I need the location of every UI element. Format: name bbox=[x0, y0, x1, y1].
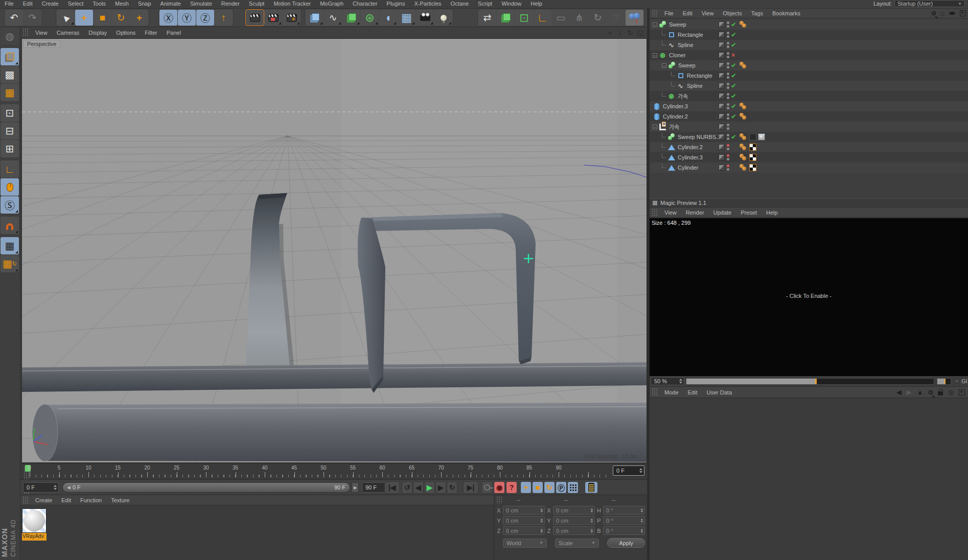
enabled-check-icon[interactable] bbox=[731, 83, 735, 87]
editor-visibility-dot[interactable] bbox=[727, 103, 729, 106]
panel-grip[interactable] bbox=[652, 208, 658, 216]
add-cube-button[interactable] bbox=[306, 10, 324, 26]
menu-x-particles[interactable]: X-Particles bbox=[409, 0, 446, 8]
menu-simulate[interactable]: Simulate bbox=[186, 0, 217, 8]
play-button[interactable]: ▶ bbox=[424, 481, 435, 494]
goto-end-button[interactable]: ▶| bbox=[463, 481, 478, 494]
layer-icon[interactable] bbox=[719, 154, 725, 160]
editor-visibility-dot[interactable] bbox=[727, 83, 729, 85]
panel-grip[interactable] bbox=[652, 10, 658, 17]
visibility-dots[interactable] bbox=[727, 165, 729, 171]
render-visibility-dot[interactable] bbox=[727, 76, 729, 79]
render-visibility-dot[interactable] bbox=[727, 35, 729, 38]
panel-grip[interactable] bbox=[496, 496, 503, 503]
menu-window[interactable]: Window bbox=[497, 0, 526, 8]
layer-browser-button[interactable]: ▭ bbox=[552, 10, 570, 26]
enabled-check-icon[interactable] bbox=[731, 93, 735, 98]
render-visibility-dot[interactable] bbox=[727, 45, 729, 48]
visibility-dots[interactable] bbox=[727, 83, 729, 89]
menu-mograph[interactable]: MoGraph bbox=[315, 0, 348, 8]
visibility-dots[interactable] bbox=[727, 144, 729, 150]
visibility-dots[interactable] bbox=[727, 154, 729, 160]
light-object-button[interactable] bbox=[434, 10, 452, 26]
expander-icon[interactable]: – bbox=[653, 53, 657, 58]
object-name[interactable]: Cylinder.2 bbox=[663, 113, 688, 120]
pan-view-icon[interactable]: + bbox=[606, 29, 614, 37]
stepper-icon[interactable] bbox=[640, 528, 643, 533]
coordinate-mode-select[interactable]: Scale▼ bbox=[555, 539, 599, 548]
coordinate-rotation-field[interactable]: 0 ° bbox=[603, 526, 645, 535]
object-row[interactable]: Rectangle bbox=[650, 30, 968, 40]
layer-icon[interactable] bbox=[719, 113, 725, 120]
object-name[interactable]: Cylinder.3 bbox=[678, 154, 703, 160]
editor-visibility-dot[interactable] bbox=[727, 32, 729, 34]
expander-icon[interactable]: – bbox=[653, 125, 657, 129]
record-scale-button[interactable]: ■ bbox=[532, 481, 543, 494]
enabled-check-icon[interactable] bbox=[731, 73, 735, 77]
layout-select[interactable]: Startup (User) ▼ bbox=[894, 0, 965, 7]
menu-render[interactable]: Render bbox=[217, 0, 244, 8]
object-row[interactable]: Rectangle bbox=[650, 71, 968, 81]
rotate-view-icon[interactable]: ↻ bbox=[626, 29, 634, 37]
menu-tools[interactable]: Tools bbox=[88, 0, 110, 8]
spread-button[interactable]: ⋔ bbox=[570, 10, 588, 26]
enabled-check-icon[interactable] bbox=[731, 62, 735, 67]
menu-select[interactable]: Select bbox=[63, 0, 88, 8]
editor-visibility-dot[interactable] bbox=[727, 124, 729, 126]
object-name[interactable]: Cloner bbox=[669, 52, 685, 58]
history-back-icon[interactable]: ◀ bbox=[896, 388, 902, 396]
viewport-menu-options[interactable]: Options bbox=[111, 29, 140, 36]
current-frame-field[interactable]: 0 F bbox=[613, 465, 644, 476]
editor-visibility-dot[interactable] bbox=[727, 113, 729, 116]
layer-icon[interactable] bbox=[719, 21, 725, 28]
material-thumbnail[interactable] bbox=[22, 508, 47, 533]
target-icon[interactable]: ◎ bbox=[948, 388, 954, 396]
history-forward-icon[interactable]: ▶ bbox=[907, 388, 912, 396]
editor-visibility-dot[interactable] bbox=[727, 165, 729, 167]
material-menu-texture[interactable]: Texture bbox=[106, 497, 134, 504]
render-settings-button[interactable] bbox=[283, 10, 301, 26]
range-left-arrow-icon[interactable]: ◀ bbox=[67, 485, 71, 490]
render-visibility-dot[interactable] bbox=[727, 158, 729, 160]
visibility-dots[interactable] bbox=[727, 113, 729, 120]
menu-mesh[interactable]: Mesh bbox=[110, 0, 133, 8]
render-visibility-dot[interactable] bbox=[727, 66, 729, 68]
preview-progress-slider[interactable] bbox=[686, 378, 934, 385]
tweak-mode-button[interactable] bbox=[1, 178, 19, 196]
phong-tag-icon[interactable] bbox=[740, 133, 748, 141]
drop-to-floor-button[interactable]: ↻ bbox=[589, 10, 607, 26]
stepper-icon[interactable] bbox=[53, 484, 57, 491]
object-name[interactable]: Spline bbox=[678, 42, 694, 48]
ffd-cage-button[interactable]: ⊡ bbox=[515, 10, 533, 26]
checker-tag-icon[interactable] bbox=[749, 154, 756, 161]
toggle-view-icon[interactable]: ◱ bbox=[636, 29, 644, 37]
material-name-label[interactable]: VRayAdv bbox=[22, 533, 47, 541]
visibility-dots[interactable] bbox=[727, 42, 729, 48]
workplane-axis-button[interactable]: ∟ bbox=[534, 10, 551, 26]
magic-preview-menu-view[interactable]: View bbox=[660, 209, 681, 216]
material-menu-edit[interactable]: Edit bbox=[57, 497, 76, 504]
coordinate-system-select[interactable]: World▼ bbox=[503, 539, 547, 548]
coordinate-position-field[interactable]: 0 cm bbox=[503, 516, 545, 525]
visibility-dots[interactable] bbox=[727, 134, 729, 140]
panel-grip[interactable] bbox=[22, 28, 29, 37]
stepper-icon[interactable] bbox=[640, 507, 643, 513]
object-row[interactable]: ∿Spline bbox=[650, 40, 968, 50]
magic-preview-menu-update[interactable]: Update bbox=[709, 209, 736, 216]
phong-tag-icon[interactable] bbox=[740, 144, 748, 151]
visibility-dots[interactable] bbox=[727, 62, 729, 68]
object-name[interactable]: Rectangle bbox=[678, 32, 703, 38]
editor-visibility-dot[interactable] bbox=[727, 134, 729, 136]
object-manager-menu-objects[interactable]: Objects bbox=[718, 10, 746, 17]
render-visibility-dot[interactable] bbox=[727, 137, 729, 140]
stepper-icon[interactable] bbox=[590, 507, 593, 513]
viewport-menu-panel[interactable]: Panel bbox=[162, 29, 186, 36]
object-name[interactable]: Rectangle bbox=[687, 73, 712, 79]
render-visibility-dot[interactable] bbox=[727, 127, 729, 130]
object-row[interactable]: –가속 bbox=[650, 122, 968, 132]
phong-tag-icon[interactable] bbox=[740, 154, 748, 161]
visibility-dots[interactable] bbox=[727, 21, 729, 28]
editor-visibility-dot[interactable] bbox=[727, 52, 729, 55]
visibility-dots[interactable] bbox=[727, 124, 729, 130]
object-row[interactable]: Cylinder.2 bbox=[650, 111, 968, 122]
